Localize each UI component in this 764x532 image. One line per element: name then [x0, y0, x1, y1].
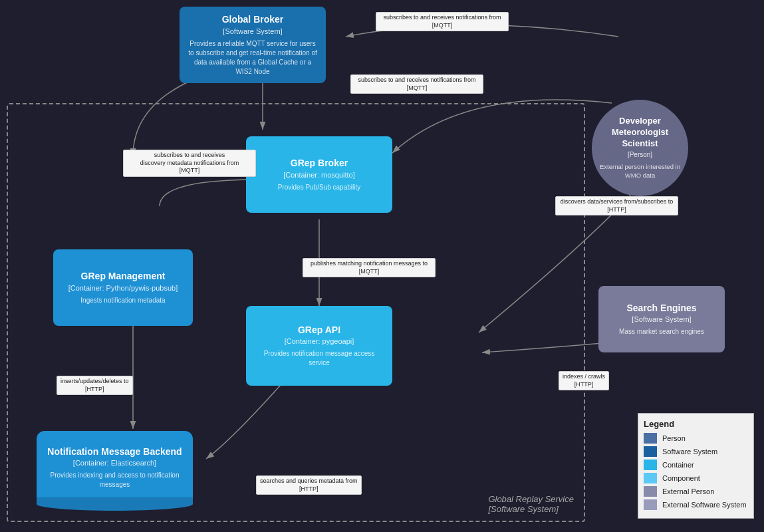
- legend-swatch-component: [644, 473, 657, 483]
- legend-item-person: Person: [644, 433, 748, 444]
- global-broker-title: Global Broker: [222, 13, 284, 25]
- search-engines-title: Search Engines: [626, 302, 696, 314]
- grep-api-type: [Container: pygeoapi]: [285, 337, 354, 345]
- arrow-label-8: indexes / crawls[HTTP]: [559, 371, 609, 390]
- boundary-label: Global Replay Service[Software System]: [488, 494, 574, 514]
- grep-broker-desc: Provides Pub/Sub capability: [278, 183, 361, 192]
- diagram-container: Global Broker [Software System] Provides…: [0, 0, 764, 532]
- grep-broker-type: [Container: mosquitto]: [283, 171, 355, 179]
- legend-swatch-person: [644, 433, 657, 444]
- grep-api-node: GRep API [Container: pygeoapi] Provides …: [246, 306, 392, 386]
- legend-label-ext-software: External Software System: [662, 501, 747, 509]
- developer-type: [Person]: [628, 151, 652, 158]
- global-broker-desc: Provides a reliable MQTT service for use…: [188, 39, 318, 76]
- cylinder-bottom: [37, 497, 193, 511]
- notification-backend-node: Notification Message Backend [Container:…: [37, 431, 193, 504]
- global-broker-node: Global Broker [Software System] Provides…: [180, 7, 326, 83]
- legend-swatch-ext-person: [644, 486, 657, 497]
- developer-desc: External person interested in WMO data: [600, 162, 680, 180]
- search-engines-node: Search Engines [Software System] Mass ma…: [598, 286, 725, 352]
- grep-management-node: GRep Management [Container: Python/pywis…: [53, 249, 193, 326]
- legend-item-component: Component: [644, 473, 748, 483]
- developer-title: DeveloperMeteorologistScientist: [612, 116, 668, 150]
- legend-label-ext-person: External Person: [662, 487, 714, 495]
- grep-management-type: [Container: Python/pywis-pubsub]: [68, 284, 178, 292]
- arrow-label-3: subscribes to and receivesdiscovery meta…: [123, 150, 256, 177]
- grep-broker-title: GRep Broker: [291, 157, 348, 169]
- arrow-label-5: inserts/updates/deletes to[HTTP]: [57, 376, 133, 395]
- arrow-label-6: searches and queries metadata from[HTTP]: [256, 475, 362, 495]
- arrow-label-4: publishes matching notification messages…: [303, 258, 436, 277]
- search-engines-desc: Mass market search engines: [619, 327, 704, 336]
- notification-backend-type: [Container: Elasticsearch]: [73, 459, 156, 467]
- legend-label-container: Container: [662, 461, 694, 469]
- developer-node: DeveloperMeteorologistScientist [Person]…: [592, 100, 688, 196]
- grep-broker-node: GRep Broker [Container: mosquitto] Provi…: [246, 136, 392, 213]
- arrow-label-7: discovers data/services from/subscribes …: [555, 196, 678, 215]
- legend-item-software: Software System: [644, 446, 748, 457]
- notification-backend-title: Notification Message Backend: [47, 446, 182, 458]
- grep-management-desc: Ingests notification metadata: [80, 296, 165, 305]
- legend-swatch-software: [644, 446, 657, 457]
- legend-title: Legend: [644, 419, 748, 429]
- legend-item-container: Container: [644, 460, 748, 470]
- legend-label-component: Component: [662, 474, 700, 482]
- arrow-label-1: subscribes to and receives notifications…: [376, 12, 509, 31]
- grep-api-desc: Provides notification message access ser…: [254, 349, 384, 368]
- legend-item-ext-software: External Software System: [644, 499, 748, 510]
- arrow-label-2: subscribes to and receives notifications…: [350, 74, 483, 94]
- legend-swatch-ext-software: [644, 499, 657, 510]
- search-engines-type: [Software System]: [632, 315, 691, 323]
- grep-api-title: GRep API: [298, 324, 340, 336]
- legend: Legend Person Software System Container …: [638, 413, 754, 519]
- legend-label-person: Person: [662, 434, 686, 442]
- global-broker-type: [Software System]: [223, 27, 282, 35]
- legend-item-ext-person: External Person: [644, 486, 748, 497]
- legend-label-software: Software System: [662, 448, 717, 456]
- grep-management-title: GRep Management: [81, 270, 166, 282]
- legend-swatch-container: [644, 460, 657, 470]
- notification-backend-desc: Provides indexing and access to notifica…: [45, 471, 185, 489]
